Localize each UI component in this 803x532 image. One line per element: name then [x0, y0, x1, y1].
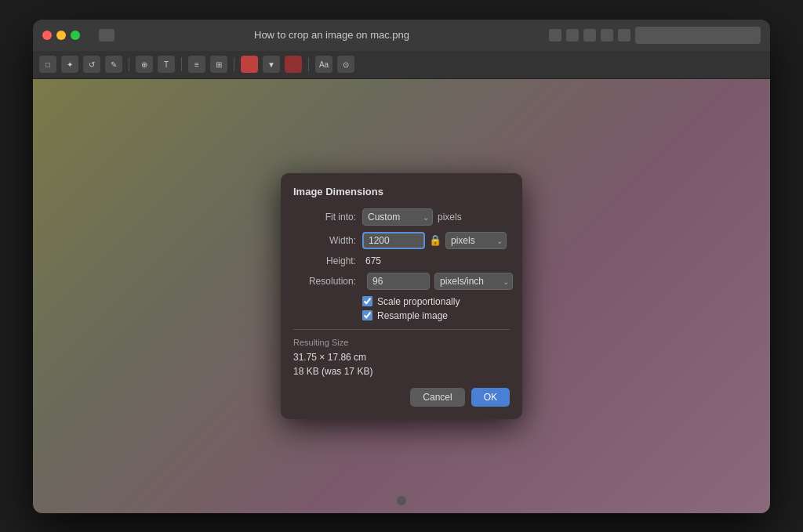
unit-select-wrapper: pixels percent inches cm	[445, 232, 507, 249]
bottom-dot	[397, 496, 406, 505]
toolbar: □ ✦ ↺ ✎ ⊕ T ≡ ⊞ ▼ Aa	[33, 51, 770, 79]
lock-icon: 🔒	[428, 233, 442, 248]
width-label: Width:	[293, 235, 356, 246]
divider-3	[234, 57, 234, 71]
resolution-unit-wrapper: pixels/inch pixels/cm	[434, 273, 513, 290]
resulting-size-kb: 18 KB (was 17 KB)	[293, 366, 510, 377]
help-icon[interactable]	[549, 29, 561, 42]
resample-label: Resample image	[377, 310, 448, 321]
section-divider	[293, 329, 510, 330]
back-button[interactable]	[99, 29, 114, 42]
display-icon[interactable]	[618, 29, 630, 42]
resample-checkbox[interactable]	[362, 310, 372, 320]
fit-into-label: Fit into:	[293, 212, 356, 223]
search-icon[interactable]	[566, 29, 579, 42]
height-value: 675	[362, 255, 381, 266]
fill-tool[interactable]	[285, 56, 302, 73]
grid-tool[interactable]: ⊞	[210, 56, 227, 73]
fit-into-unit: pixels	[438, 212, 462, 223]
resample-row: Resample image	[293, 310, 510, 321]
adjust-tool[interactable]: ✦	[61, 56, 78, 73]
modal-footer: Cancel OK	[293, 388, 510, 407]
close-button[interactable]	[42, 31, 52, 40]
app-window: How to crop an image on mac.png □ ✦ ↺ ✎ …	[33, 20, 770, 513]
window-title: How to crop an image on mac.png	[121, 29, 543, 41]
canvas-area: Image Dimensions Fit into: Custom Actual…	[33, 79, 770, 513]
fit-into-controls: Custom Actual Size 640×480 800×600 1024×…	[362, 208, 462, 226]
scale-proportionally-row: Scale proportionally	[293, 296, 510, 307]
height-label: Height:	[293, 255, 356, 266]
title-bar-controls	[549, 27, 761, 44]
dialog-title: Image Dimensions	[293, 186, 510, 197]
width-input[interactable]	[362, 232, 425, 249]
extra-tool[interactable]: ⊙	[337, 56, 354, 73]
cancel-button[interactable]: Cancel	[410, 388, 464, 407]
divider-4	[308, 57, 309, 71]
share-icon[interactable]	[583, 29, 596, 42]
resolution-input[interactable]	[367, 273, 430, 290]
divider-1	[129, 57, 129, 71]
search-bar[interactable]	[635, 27, 761, 44]
shape-tool[interactable]: ⊕	[136, 56, 153, 73]
resolution-label: Resolution:	[293, 276, 356, 287]
color-tool-2[interactable]: ▼	[263, 56, 280, 73]
resulting-size-cm: 31.75 × 17.86 cm	[293, 352, 510, 363]
ok-button[interactable]: OK	[471, 388, 510, 407]
title-bar: How to crop an image on mac.png	[33, 20, 770, 51]
rotate-tool[interactable]: ↺	[83, 56, 100, 73]
select-tool[interactable]: □	[39, 56, 56, 73]
image-dimensions-dialog: Image Dimensions Fit into: Custom Actual…	[281, 173, 522, 419]
minimize-button[interactable]	[56, 31, 66, 40]
divider-2	[181, 57, 182, 71]
fit-into-select-wrapper: Custom Actual Size 640×480 800×600 1024×…	[362, 208, 433, 226]
traffic-lights	[42, 31, 80, 40]
maximize-button[interactable]	[71, 31, 80, 40]
color-tool-1[interactable]	[241, 56, 258, 73]
resulting-size-label: Resulting Size	[293, 338, 510, 347]
text-tool[interactable]: T	[158, 56, 175, 73]
resulting-size-section: Resulting Size 31.75 × 17.86 cm 18 KB (w…	[293, 338, 510, 377]
height-row: Height: 675	[293, 255, 510, 266]
scale-proportionally-checkbox[interactable]	[362, 296, 372, 306]
unit-select[interactable]: pixels percent inches cm	[445, 232, 507, 249]
more-icon[interactable]	[601, 29, 613, 42]
font-tool[interactable]: Aa	[315, 56, 332, 73]
scale-proportionally-label: Scale proportionally	[377, 296, 460, 307]
list-tool[interactable]: ≡	[188, 56, 205, 73]
fit-into-select[interactable]: Custom Actual Size 640×480 800×600 1024×…	[362, 208, 433, 226]
fit-into-row: Fit into: Custom Actual Size 640×480 800…	[293, 208, 510, 226]
pencil-tool[interactable]: ✎	[105, 56, 122, 73]
resolution-row: Resolution: pixels/inch pixels/cm	[293, 273, 510, 290]
width-row: Width: 🔒 pixels percent inches cm	[293, 232, 510, 249]
resolution-unit-select[interactable]: pixels/inch pixels/cm	[434, 273, 513, 290]
modal-overlay: Image Dimensions Fit into: Custom Actual…	[33, 79, 770, 513]
